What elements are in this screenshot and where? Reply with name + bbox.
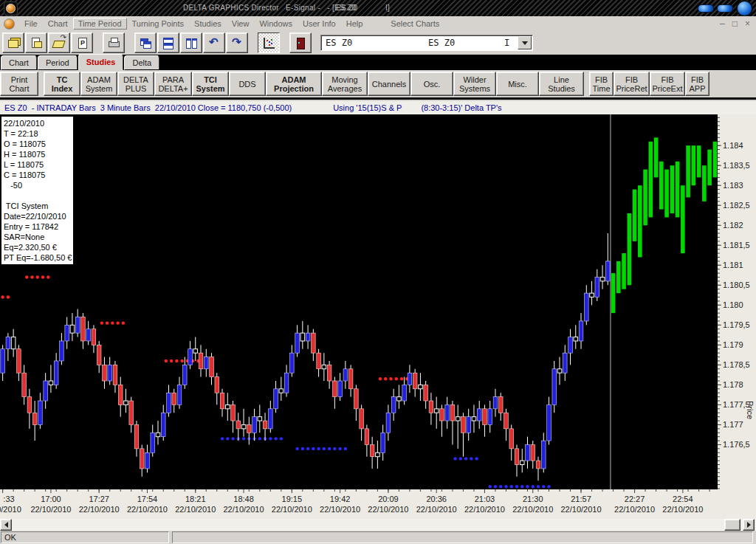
study-button-tci-system[interactable]: TCISystem [192,72,229,96]
page-copy-button[interactable] [25,32,47,53]
study-button-wilder-systems[interactable]: WilderSystems [453,72,496,96]
study-button-channels[interactable]: Channels [368,72,410,96]
quote-info-line: 22/10/2010 [4,118,72,128]
menu-item-windows[interactable]: Windows [254,18,298,30]
mdi-close-button[interactable]: × [745,18,750,29]
menu-item-chart[interactable]: Chart [43,18,73,30]
svg-text:1.183,5: 1.183,5 [723,161,750,170]
quote-info-line [4,190,72,201]
close-button[interactable] [736,0,753,17]
combo-dropdown-icon[interactable] [518,36,532,49]
chart-area: 1.1841.183,51.1831.182,51.1821.181,51.18… [0,114,756,519]
menu-item-turning-points[interactable]: Turning Points [127,18,190,30]
study-button-fib-priceext[interactable]: FIBPriceExt [650,72,685,96]
svg-text:17:54: 17:54 [137,495,158,503]
svg-text:22/10/2010: 22/10/2010 [512,505,553,514]
cascade-windows-button[interactable] [134,32,157,53]
tab-period[interactable]: Period [38,55,78,70]
delta-graphics-director-window: DELTA GRAPHICS Director E-Signal - - [ES… [0,0,756,544]
svg-text:1.177: 1.177 [723,420,743,429]
horizontal-scrollbar[interactable] [0,519,756,531]
scroll-right-icon[interactable] [743,519,755,531]
scroll-left-icon[interactable] [0,519,12,531]
quote-info-line: PT Eq=-1.680,50 € [4,252,72,263]
svg-text:22/10/2010: 22/10/2010 [560,505,601,514]
menu-item-user-info[interactable]: User Info [298,18,341,30]
open-folder-button[interactable] [48,32,70,53]
window-title-suffix: I] [385,4,390,12]
app-menu-icon[interactable] [4,18,15,30]
symbol-summary: ES Z0 - INTRADAY Bars 3 Minute Bars 22/1… [4,103,292,112]
tab-studies[interactable]: Studies [78,54,124,70]
printer-icon [107,37,120,49]
status-message: OK [1,531,169,543]
mdi-minimize-button[interactable]: – [720,18,725,29]
menu-item-studies[interactable]: Studies [189,18,227,30]
stacked-folders-button[interactable] [2,32,24,53]
study-button-dds[interactable]: DDS [229,72,266,96]
symbol-value: ES Z0 [326,38,352,48]
svg-text:1.178: 1.178 [723,380,743,389]
svg-text:1.180: 1.180 [723,300,743,309]
tile-horizontal-button[interactable] [157,32,179,53]
page-p-button[interactable] [71,32,93,53]
quote-info-line: Eq=2.320,50 € [4,242,72,252]
study-button-fib-priceret[interactable]: FIBPriceRet [614,72,650,96]
redo-button[interactable] [226,32,248,53]
tile-vertical-button[interactable] [180,32,202,53]
tab-delta[interactable]: Delta [124,55,159,70]
study-button-moving-averages[interactable]: MovingAverages [322,72,368,96]
svg-text:21:30: 21:30 [523,495,543,503]
svg-text:22/10/2010: 22/10/2010 [175,505,216,514]
maximize-button[interactable] [717,4,733,13]
study-button-tc-index[interactable]: TCIndex [44,72,80,96]
exit-door-icon [294,37,307,49]
menu-item-time-period[interactable]: Time Period [73,18,127,30]
printer-button[interactable] [103,32,125,53]
tab-chart[interactable]: Chart [1,55,37,70]
study-button-adam-projection[interactable]: ADAMProjection [266,72,322,96]
study-button-print-chart[interactable]: PrintChart [0,72,38,96]
quote-info-line: O = 118075 [4,139,72,149]
menu-item-select-charts[interactable]: Select Charts [385,18,444,30]
svg-text:19:15: 19:15 [282,495,303,503]
app-logo-icon [4,1,18,16]
chart-settings-icon [262,37,275,49]
minimize-button[interactable] [698,4,714,13]
study-button-fib-app[interactable]: FIBAPP [685,72,709,96]
svg-text:22/10/2010: 22/10/2010 [368,505,408,514]
quote-info-line: SAR=None [4,232,72,242]
exit-door-button[interactable] [289,32,312,53]
svg-text:22:54: 22:54 [673,495,693,503]
toolbar: ES Z0 ES Z0 I [0,31,756,55]
study-button-para-delta[interactable]: PARADELTA+ [154,72,192,96]
chart-settings-button[interactable] [258,32,280,53]
quote-info-line: L = 118075 [4,159,72,170]
symbol-name: ES Z0 [428,38,455,48]
menu-item-view[interactable]: View [227,18,255,30]
menu-item-help[interactable]: Help [341,18,368,30]
svg-text:22/10/2010: 22/10/2010 [416,505,457,514]
undo-icon [207,37,221,49]
status-bar: OK [0,531,756,544]
page-copy-icon [30,37,43,49]
study-button-fib-time[interactable]: FIBTime [589,72,614,96]
quote-info-line: Entry = 117842 [4,221,72,232]
study-button-adam-system[interactable]: ADAMSystem [80,72,117,96]
study-button-osc[interactable]: Osc. [410,72,453,96]
mdi-restore-button[interactable]: □ [732,18,738,29]
scrollbar-thumb[interactable] [724,519,740,531]
svg-text:21:03: 21:03 [475,495,495,503]
study-button-misc[interactable]: Misc. [496,72,539,96]
menu-item-file[interactable]: File [19,18,43,30]
study-button-delta-plus[interactable]: DELTAPLUS [117,72,154,96]
title-bar: DELTA GRAPHICS Director E-Signal - - [ES… [0,0,756,17]
symbol-combobox[interactable]: ES Z0 ES Z0 I [320,35,533,51]
undo-button[interactable] [203,32,225,53]
template-info: Using '15(15)S & P [333,103,402,112]
svg-text:22/10/2010: 22/10/2010 [614,505,655,514]
study-button-line-studies[interactable]: LineStudies [539,72,584,96]
tile-vertical-icon [185,37,198,49]
candlestick-chart[interactable]: 1.1841.183,51.1831.182,51.1821.181,51.18… [0,114,756,519]
quote-info-line: Date=22/10/2010 [4,211,72,221]
